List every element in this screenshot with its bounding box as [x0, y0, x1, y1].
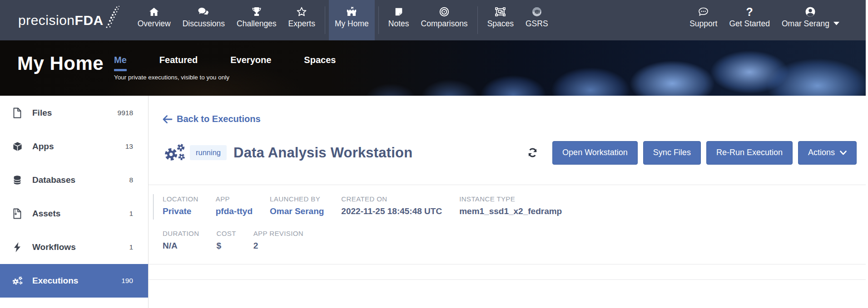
nav-item-my-home[interactable]: My Home	[329, 0, 375, 40]
bolt-icon	[11, 242, 23, 253]
empty-section-divider	[149, 264, 868, 280]
sidebar-item-databases[interactable]: Databases 8	[0, 163, 148, 197]
user-circle-icon	[805, 6, 816, 18]
dna-helix-icon	[104, 5, 120, 29]
nav-item-comparisons[interactable]: Comparisons	[415, 0, 474, 40]
file-icon	[11, 108, 23, 118]
execution-title-row: running Data Analysis Workstation Open W…	[149, 141, 868, 165]
location-link[interactable]: Private	[163, 206, 198, 217]
window-edge-strip	[866, 0, 868, 308]
nav-item-challenges[interactable]: Challenges	[231, 0, 283, 40]
sidebar-item-executions[interactable]: Executions 190	[0, 264, 148, 298]
gsrs-globe-icon	[531, 6, 542, 18]
actions-dropdown-button[interactable]: Actions	[798, 141, 857, 165]
tab-me[interactable]: Me	[114, 55, 127, 71]
nav-item-notes[interactable]: Notes	[382, 0, 415, 40]
main-content: Back to Executions r	[149, 96, 868, 308]
trophy-icon	[251, 6, 262, 18]
nav-divider	[325, 6, 325, 34]
database-icon	[11, 175, 23, 186]
nav-item-discussions[interactable]: Discussions	[177, 0, 231, 40]
tab-subtitle: Your private executions, visible to you …	[114, 74, 229, 81]
home-icon	[149, 6, 159, 18]
sidebar-item-assets[interactable]: Assets 1	[0, 197, 148, 230]
nav-item-spaces[interactable]: Spaces	[481, 0, 520, 40]
back-to-executions-link[interactable]: Back to Executions	[163, 114, 261, 124]
sidebar-item-files[interactable]: Files 9918	[0, 96, 148, 130]
launched-by-link[interactable]: Omar Serang	[270, 206, 324, 217]
file-zipper-icon	[11, 208, 23, 219]
comments-icon	[198, 6, 209, 18]
metadata-row: LOCATION Private APP pfda-ttyd LAUNCHED …	[163, 195, 857, 217]
nav-divider	[378, 6, 379, 34]
app-revision-value: 2	[253, 240, 303, 251]
question-icon: ?	[746, 6, 753, 18]
executions-count: 190	[121, 277, 133, 285]
status-badge: running	[190, 145, 227, 160]
sync-files-button[interactable]: Sync Files	[643, 141, 701, 165]
bullseye-icon	[439, 6, 450, 18]
active-tab-underline	[114, 69, 127, 71]
meta-app-revision: APP REVISION 2	[253, 230, 303, 251]
nav-item-support[interactable]: Support	[684, 0, 723, 40]
precisionfda-app: precisionFDA Overview	[0, 0, 868, 308]
app-link[interactable]: pfda-ttyd	[216, 206, 253, 217]
cube-icon	[11, 141, 23, 152]
chevron-down-icon	[840, 151, 847, 155]
nav-item-get-started[interactable]: ? Get Started	[723, 0, 776, 40]
sidebar-item-apps[interactable]: Apps 13	[0, 130, 148, 163]
brand-logo[interactable]: precisionFDA	[0, 0, 132, 40]
open-workstation-button[interactable]: Open Workstation	[552, 141, 638, 165]
note-icon	[394, 6, 404, 18]
sidebar: Files 9918 Apps 13	[0, 96, 149, 308]
chevron-down-icon	[833, 21, 839, 25]
meta-instance-type: INSTANCE TYPE mem1_ssd1_x2_fedramp	[459, 195, 562, 217]
databases-count: 8	[129, 176, 133, 184]
workflows-count: 1	[129, 243, 133, 251]
duration-value: N/A	[163, 240, 199, 251]
object-group-icon	[495, 6, 506, 18]
cost-value: $	[216, 240, 236, 251]
nav-right-group: Support ? Get Started Omar Serang	[684, 0, 868, 40]
page-title: My Home	[17, 53, 104, 74]
assets-count: 1	[129, 210, 133, 218]
action-buttons: Open Workstation Sync Files Re-Run Execu…	[552, 141, 857, 165]
meta-created-on: CREATED ON 2022-11-25 18:45:48 UTC	[341, 195, 442, 217]
meta-duration: DURATION N/A	[163, 230, 199, 251]
meta-app: APP pfda-ttyd	[216, 195, 253, 217]
meta-location: LOCATION Private	[163, 195, 198, 217]
text-cursor-artifact	[153, 194, 154, 220]
gears-icon	[11, 276, 23, 286]
tab-everyone[interactable]: Everyone	[230, 55, 271, 71]
nav-item-user-menu[interactable]: Omar Serang	[776, 0, 845, 40]
nav-item-overview[interactable]: Overview	[132, 0, 177, 40]
comment-dots-icon	[698, 6, 709, 18]
page-hero: My Home Me Featured Everyone Spaces Your…	[0, 40, 868, 96]
sidebar-item-workflows[interactable]: Workflows 1	[0, 230, 148, 264]
created-on-value: 2022-11-25 18:45:48 UTC	[341, 206, 442, 217]
top-navigation: precisionFDA Overview	[0, 0, 868, 40]
instance-type-value: mem1_ssd1_x2_fedramp	[459, 206, 562, 217]
fort-icon	[346, 6, 357, 18]
execution-metadata: LOCATION Private APP pfda-ttyd LAUNCHED …	[149, 185, 868, 264]
star-icon	[296, 6, 307, 18]
brand-text: precisionFDA	[18, 13, 104, 28]
nav-item-experts[interactable]: Experts	[283, 0, 321, 40]
gears-icon	[163, 142, 186, 163]
apps-count: 13	[125, 142, 133, 151]
metadata-row: DURATION N/A COST $ APP REVISION 2	[163, 230, 857, 251]
rerun-execution-button[interactable]: Re-Run Execution	[706, 141, 793, 165]
nav-divider	[477, 6, 478, 34]
refresh-icon[interactable]	[526, 147, 539, 159]
tab-spaces[interactable]: Spaces	[304, 55, 336, 71]
meta-cost: COST $	[216, 230, 236, 251]
user-name: Omar Serang	[782, 19, 829, 29]
files-count: 9918	[118, 109, 133, 117]
main-nav-items: Overview Discussions Challenges	[132, 0, 554, 40]
nav-item-gsrs[interactable]: GSRS	[520, 0, 554, 40]
meta-launched-by: LAUNCHED BY Omar Serang	[270, 195, 324, 217]
hero-tabs: Me Featured Everyone Spaces	[114, 55, 368, 71]
execution-title: Data Analysis Workstation	[233, 145, 412, 161]
tab-featured[interactable]: Featured	[159, 55, 198, 71]
arrow-left-icon	[163, 115, 173, 124]
